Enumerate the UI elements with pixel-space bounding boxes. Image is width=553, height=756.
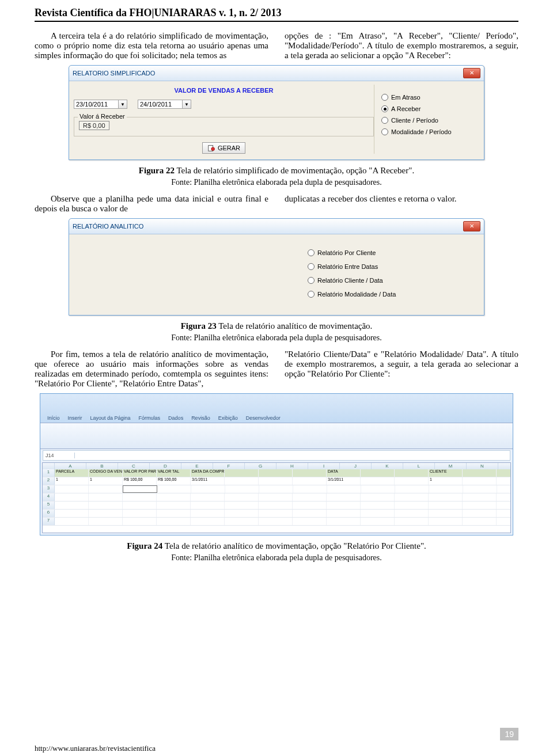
- date-start-input[interactable]: [74, 100, 119, 109]
- opt-rel-cliente-data[interactable]: Relatório Cliente / Data: [308, 277, 480, 284]
- paragraph-2-right: duplicatas a receber dos clientes e reto…: [285, 194, 518, 214]
- table-row[interactable]: 6: [43, 510, 510, 518]
- table-row[interactable]: 2 11R$ 100,00R$ 100,003/1/20113/1/20111: [43, 477, 510, 485]
- fig22-fonte: Fonte: Planilha eletrônica elaborada pel…: [35, 178, 518, 187]
- journal-header: Revista Científica da FHO|UNIARARAS v. 1…: [35, 7, 518, 22]
- page-number: 19: [500, 728, 518, 740]
- fig24-excel: Início Inserir Layout da Página Fórmulas…: [40, 393, 513, 535]
- date-end[interactable]: ▼: [138, 100, 191, 109]
- chevron-down-icon[interactable]: ▼: [183, 100, 191, 109]
- gerar-label: GERAR: [218, 145, 240, 151]
- opt-cliente-periodo[interactable]: Cliente / Período: [381, 117, 479, 124]
- ribbon-tab[interactable]: Desenvolvedor: [243, 413, 284, 423]
- ribbon-tab[interactable]: Exibição: [215, 413, 241, 423]
- fig22-options: Em Atraso A Receber Cliente / Período Mo…: [374, 85, 479, 154]
- ribbon-tab[interactable]: Layout da Página: [87, 413, 134, 423]
- fig22-caption: Figura 22 Tela de relatório simplificado…: [35, 166, 518, 176]
- paragraph-3-left: Por fim, temos a tela de relatório analí…: [35, 349, 268, 389]
- paragraph-3-right: "Relatório Cliente/Data" e "Relatório Mo…: [285, 349, 518, 389]
- opt-label: Relatório Entre Datas: [317, 263, 378, 270]
- opt-rel-modalidade-data[interactable]: Relatório Modalidade / Data: [308, 291, 480, 298]
- cell-reference[interactable]: J14: [43, 453, 75, 458]
- ribbon-tab[interactable]: Inserir: [65, 413, 86, 423]
- excel-sheet[interactable]: ABCDEFGHIJKLMN 1 PARCELACÓDIGO DA VENDAV…: [42, 462, 511, 533]
- formula-bar[interactable]: J14: [43, 450, 510, 461]
- paragraph-1-left: A terceira tela é a do relatório simplif…: [35, 31, 268, 60]
- date-end-input[interactable]: [138, 100, 183, 109]
- fig23-title: RELATÓRIO ANALITICO: [73, 223, 143, 230]
- svg-point-1: [211, 147, 215, 151]
- fig22-window: RELATORIO SIMPLIFICADO ✕ VALOR DE VENDAS…: [69, 65, 484, 160]
- fig24-fonte: Fonte: Planilha eletrônica elaborada pel…: [35, 553, 518, 563]
- close-icon[interactable]: ✕: [463, 221, 480, 231]
- opt-label: Relatório Cliente / Data: [317, 277, 383, 284]
- fig22-banner: VALOR DE VENDAS A RECEBER: [74, 87, 374, 94]
- opt-label: Relatório Modalidade / Data: [317, 291, 396, 298]
- report-icon: [207, 144, 215, 152]
- opt-rel-entre-datas[interactable]: Relatório Entre Datas: [308, 263, 480, 270]
- fig23-fonte: Fonte: Planilha eletrônica elaborada pel…: [35, 333, 518, 343]
- ribbon-tab[interactable]: Fórmulas: [135, 413, 164, 423]
- opt-rel-por-cliente[interactable]: Relatório Por Cliente: [308, 249, 480, 256]
- fig23-caption: Figura 23 Tela de relatório analítico de…: [35, 321, 518, 331]
- fig24-caption: Figura 24 Tela de relatório analítico de…: [35, 541, 518, 551]
- opt-label: Em Atraso: [391, 94, 421, 101]
- opt-label: Relatório Por Cliente: [317, 249, 376, 256]
- opt-label: Cliente / Período: [391, 117, 438, 124]
- close-icon[interactable]: ✕: [463, 68, 480, 78]
- table-header-row: 1 PARCELACÓDIGO DA VENDAVALOR POR PARCEL…: [43, 469, 510, 477]
- excel-ribbon-content: [40, 423, 513, 449]
- opt-em-atraso[interactable]: Em Atraso: [381, 94, 479, 101]
- paragraph-1-right: opções de : "Em Atraso", "A Receber", "C…: [285, 31, 518, 60]
- opt-label: Modalidade / Período: [391, 128, 452, 135]
- paragraph-2-left: Observe que a planilha pede uma data ini…: [35, 194, 268, 214]
- fig23-options: Relatório Por Cliente Relatório Entre Da…: [308, 240, 480, 307]
- footer-url: http://www.uniararas.br/revistacientific…: [35, 744, 156, 753]
- opt-a-receber[interactable]: A Receber: [381, 105, 479, 112]
- date-start[interactable]: ▼: [74, 100, 127, 109]
- table-row[interactable]: 3: [43, 485, 510, 493]
- valor-value: R$ 0,00: [79, 121, 109, 130]
- valor-group-legend: Valor á Receber: [78, 113, 127, 120]
- opt-modalidade-periodo[interactable]: Modalidade / Período: [381, 128, 479, 135]
- table-row[interactable]: 4: [43, 493, 510, 502]
- opt-label: A Receber: [391, 105, 421, 112]
- ribbon-tab[interactable]: Dados: [165, 413, 187, 423]
- table-row[interactable]: 7: [43, 518, 510, 526]
- chevron-down-icon[interactable]: ▼: [119, 100, 127, 109]
- valor-group: Valor á Receber R$ 0,00: [74, 117, 374, 136]
- column-headers: ABCDEFGHIJKLMN: [43, 463, 510, 469]
- ribbon-tab[interactable]: Revisão: [188, 413, 214, 423]
- fig22-title: RELATORIO SIMPLIFICADO: [73, 70, 155, 77]
- table-row[interactable]: 5: [43, 502, 510, 510]
- fig23-window: RELATÓRIO ANALITICO ✕ Relatório Por Clie…: [69, 218, 484, 316]
- ribbon-tab[interactable]: Início: [44, 413, 63, 423]
- gerar-button[interactable]: GERAR: [202, 142, 245, 154]
- excel-ribbon-tabs: Início Inserir Layout da Página Fórmulas…: [40, 394, 513, 423]
